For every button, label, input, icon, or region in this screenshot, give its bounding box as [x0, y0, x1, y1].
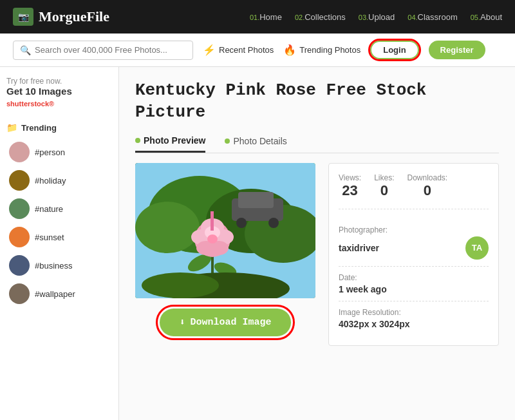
avatar-holiday: [9, 170, 30, 191]
svg-rect-6: [238, 192, 274, 208]
resolution-label: Image Resolution:: [339, 308, 489, 317]
tag-sunset: #sunset: [35, 233, 64, 242]
tag-person: #person: [35, 148, 65, 157]
search-wrapper: 🔍: [13, 41, 193, 60]
shutterstock-promo: Try for free now. Get 10 Images shutters…: [6, 77, 112, 110]
stat-views: Views: 23: [339, 173, 361, 199]
likes-label: Likes:: [374, 173, 394, 182]
bolt-icon: ⚡: [203, 44, 216, 56]
svg-rect-20: [211, 211, 214, 231]
content-grid: ⬇ Download Image Views: 23 Likes: 0: [135, 163, 499, 346]
logo-area: 📷 MorgueFile: [13, 8, 109, 26]
logo-text: MorgueFile: [39, 8, 109, 25]
tag-wallpaper: #wallpaper: [35, 289, 75, 299]
avatar-person: [9, 142, 30, 162]
tab-dot-details: [225, 138, 230, 144]
sidebar: Try for free now. Get 10 Images shutters…: [0, 67, 119, 420]
login-button[interactable]: Login: [370, 41, 418, 59]
content-area: Kentucky Pink Rose Free Stock Picture Ph…: [119, 67, 515, 420]
trending-section: 📁 Trending #person #holiday #nature #sun…: [6, 122, 112, 308]
promo-try-text: Try for free now.: [6, 77, 112, 86]
tag-holiday: #holiday: [35, 176, 66, 186]
nav-home[interactable]: 01.Home: [250, 12, 282, 22]
main-content: Try for free now. Get 10 Images shutters…: [0, 67, 515, 420]
photo-preview: [135, 163, 315, 298]
resolution-value: 4032px x 3024px: [339, 319, 489, 329]
photographer-avatar: TA: [465, 236, 489, 260]
date-row: Date: 1 week ago: [339, 267, 489, 301]
svg-point-7: [236, 218, 247, 228]
nav-upload[interactable]: 03.Upload: [359, 12, 395, 22]
search-bar: 🔍 ⚡ Recent Photos 🔥 Trending Photos Logi…: [0, 33, 515, 67]
photographer-row: Photographer: taxidriver TA: [339, 219, 489, 267]
svg-point-3: [135, 202, 200, 253]
nav-collections[interactable]: 02.Collections: [295, 12, 346, 22]
downloads-label: Downloads:: [407, 173, 448, 182]
download-icon: ⬇: [179, 316, 185, 329]
avatar-sunset: [9, 227, 30, 247]
download-btn-wrapper: ⬇ Download Image: [135, 305, 315, 340]
page-title: Kentucky Pink Rose Free Stock Picture: [135, 80, 499, 124]
svg-point-8: [268, 218, 279, 228]
avatar-nature: [9, 198, 30, 219]
shutterstock-logo: shutterstock®: [6, 97, 112, 110]
nav-classroom[interactable]: 04.Classroom: [407, 12, 457, 22]
resolution-row: Image Resolution: 4032px x 3024px: [339, 301, 489, 336]
tag-business: #business: [35, 261, 73, 271]
download-button[interactable]: ⬇ Download Image: [160, 309, 290, 336]
date-label: Date:: [339, 273, 489, 282]
fire-icon: 🔥: [283, 44, 296, 56]
tab-photo-details[interactable]: Photo Details: [225, 135, 286, 153]
tabs: Photo Preview Photo Details: [135, 135, 499, 153]
tab-dot-preview: [135, 138, 140, 143]
svg-point-22: [142, 272, 219, 298]
views-label: Views:: [339, 173, 361, 182]
header: 📷 MorgueFile 01.Home 02.Collections 03.U…: [0, 0, 515, 33]
photographer-name: taxidriver: [339, 243, 379, 253]
main-nav: 01.Home 02.Collections 03.Upload 04.Clas…: [250, 12, 502, 22]
search-icon: 🔍: [20, 45, 31, 55]
svg-point-19: [207, 234, 218, 243]
stat-downloads: Downloads: 0: [407, 173, 448, 199]
trending-heading: 📁 Trending: [6, 122, 112, 133]
search-input[interactable]: [35, 45, 186, 55]
tab-photo-preview[interactable]: Photo Preview: [135, 135, 205, 153]
photo-area: ⬇ Download Image: [135, 163, 315, 346]
avatar-business: [9, 255, 30, 276]
downloads-value: 0: [407, 182, 448, 199]
trending-item-business[interactable]: #business: [6, 251, 112, 280]
nav-about[interactable]: 05.About: [471, 12, 502, 22]
photo-svg: [135, 163, 315, 298]
trending-item-sunset[interactable]: #sunset: [6, 223, 112, 251]
logo-icon: 📷: [13, 8, 33, 26]
photographer-label: Photographer:: [339, 225, 489, 234]
register-button[interactable]: Register: [429, 41, 485, 59]
trending-item-person[interactable]: #person: [6, 138, 112, 166]
views-value: 23: [339, 182, 361, 199]
recent-photos-link[interactable]: ⚡ Recent Photos: [203, 44, 274, 56]
likes-value: 0: [374, 182, 394, 199]
trending-item-nature[interactable]: #nature: [6, 195, 112, 223]
avatar-wallpaper: [9, 283, 30, 304]
date-value: 1 week ago: [339, 284, 489, 294]
stat-likes: Likes: 0: [374, 173, 394, 199]
trending-item-holiday[interactable]: #holiday: [6, 166, 112, 195]
tag-nature: #nature: [35, 204, 63, 214]
trending-item-wallpaper[interactable]: #wallpaper: [6, 280, 112, 308]
trending-photos-link[interactable]: 🔥 Trending Photos: [283, 44, 360, 56]
photographer-info: taxidriver TA: [339, 236, 489, 260]
folder-icon: 📁: [6, 122, 17, 133]
download-btn-outline: ⬇ Download Image: [156, 305, 294, 340]
stats-row: Views: 23 Likes: 0 Downloads: 0: [339, 173, 489, 209]
details-panel: Views: 23 Likes: 0 Downloads: 0 Photogra…: [328, 163, 499, 346]
promo-get-text: Get 10 Images: [6, 86, 112, 97]
